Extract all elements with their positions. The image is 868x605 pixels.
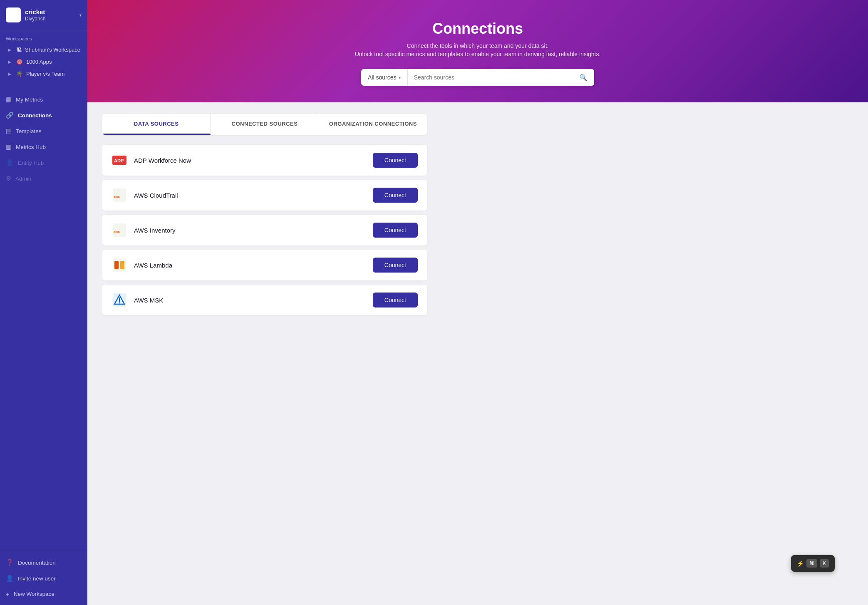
nav-label: Metrics Hub bbox=[16, 144, 46, 150]
adp-logo: ADP bbox=[112, 152, 127, 168]
sidebar-item-documentation[interactable]: ❓ Documentation bbox=[0, 555, 87, 570]
nav-label: New Workspace bbox=[14, 591, 55, 597]
sidebar-item-templates[interactable]: ▤ Templates bbox=[0, 123, 87, 139]
tab-data-sources[interactable]: DATA SOURCES bbox=[102, 114, 211, 135]
aws-lambda-logo bbox=[112, 257, 127, 273]
svg-text:aws: aws bbox=[114, 195, 120, 198]
dropdown-arrow-icon[interactable]: ▾ bbox=[79, 13, 82, 17]
main-content: Connections Connect the tools in which y… bbox=[87, 0, 868, 605]
workspace-label: 1000 Apps bbox=[26, 59, 52, 65]
flash-icon: ⚡ bbox=[797, 560, 804, 567]
grid-icon: ▦ bbox=[6, 96, 12, 103]
source-list: ADP ADP Workforce Now Connect aws AWS Cl… bbox=[102, 145, 427, 320]
nav-label: Documentation bbox=[18, 560, 56, 566]
search-button[interactable]: 🔍 bbox=[573, 69, 594, 86]
tab-bar: DATA SOURCES CONNECTED SOURCES ORGANIZAT… bbox=[102, 114, 427, 135]
tab-connected-sources[interactable]: CONNECTED SOURCES bbox=[211, 114, 319, 135]
source-name: AWS Inventory bbox=[134, 227, 373, 234]
sidebar-item-metrics-hub[interactable]: ▦ Metrics Hub bbox=[0, 139, 87, 155]
sidebar-bottom: ❓ Documentation 👤 Invite new user + New … bbox=[0, 551, 87, 605]
search-input[interactable] bbox=[408, 69, 573, 86]
hero-section: Connections Connect the tools in which y… bbox=[87, 0, 868, 102]
app-user: Divyansh bbox=[25, 16, 45, 22]
expand-arrow-icon: ▶ bbox=[8, 48, 11, 52]
svg-rect-7 bbox=[114, 261, 119, 269]
hero-subtitle-1: Connect the tools in which your team and… bbox=[96, 42, 860, 49]
aws-inventory-logo: aws bbox=[112, 222, 127, 238]
app-logo: 🗄 bbox=[6, 7, 21, 22]
nav-label: Templates bbox=[16, 128, 42, 134]
source-item-aws-msk: AWS MSK Connect bbox=[102, 285, 427, 315]
connect-button-msk[interactable]: Connect bbox=[373, 293, 418, 307]
help-icon: ❓ bbox=[6, 559, 14, 566]
filter-label: All sources bbox=[368, 74, 396, 81]
svg-rect-8 bbox=[120, 261, 124, 269]
nav-label: Admin bbox=[15, 176, 31, 182]
cmd-key: ⌘ bbox=[806, 559, 817, 568]
person-icon: 👤 bbox=[6, 159, 14, 166]
nav-label: Invite new user bbox=[18, 575, 56, 582]
link-icon: 🔗 bbox=[6, 112, 14, 119]
aws-msk-logo bbox=[112, 292, 127, 308]
sidebar-item-new-workspace[interactable]: + New Workspace bbox=[0, 586, 87, 602]
connect-button-cloudtrail[interactable]: Connect bbox=[373, 188, 418, 203]
sidebar-item-my-metrics[interactable]: ▦ My Metrics bbox=[0, 92, 87, 107]
nav-label: My Metrics bbox=[16, 97, 43, 103]
source-item-aws-lambda: AWS Lambda Connect bbox=[102, 250, 427, 280]
workspaces-label: Workspaces bbox=[0, 30, 87, 44]
tab-org-connections[interactable]: ORGANIZATION CONNECTIONS bbox=[319, 114, 427, 135]
user-plus-icon: 👤 bbox=[6, 575, 14, 582]
workspace-label: Shubham's Workspace bbox=[25, 47, 80, 53]
sidebar: 🗄 cricket Divyansh ▾ Workspaces ▶ 🏗 Shub… bbox=[0, 0, 87, 605]
source-item-aws-inventory: aws AWS Inventory Connect bbox=[102, 215, 427, 245]
sidebar-item-admin[interactable]: ⚙ Admin bbox=[0, 171, 87, 186]
sidebar-item-invite-user[interactable]: 👤 Invite new user bbox=[0, 570, 87, 586]
workspace-item-1000apps[interactable]: ▶ 🎯 1000 Apps bbox=[0, 56, 87, 68]
connect-button-inventory[interactable]: Connect bbox=[373, 223, 418, 238]
expand-arrow-icon: ▶ bbox=[8, 60, 11, 64]
source-name: AWS Lambda bbox=[134, 262, 373, 269]
connect-button-adp[interactable]: Connect bbox=[373, 153, 418, 168]
aws-cloudtrail-logo: aws bbox=[112, 187, 127, 203]
svg-point-12 bbox=[119, 302, 120, 304]
k-key: K bbox=[820, 559, 829, 568]
page-title: Connections bbox=[96, 20, 860, 37]
source-name: ADP Workforce Now bbox=[134, 157, 373, 164]
sidebar-item-connections[interactable]: 🔗 Connections bbox=[0, 107, 87, 123]
source-filter-dropdown[interactable]: All sources ▾ bbox=[361, 69, 408, 86]
nav-label: Entity Hub bbox=[18, 160, 44, 166]
connect-button-lambda[interactable]: Connect bbox=[373, 258, 418, 273]
template-icon: ▤ bbox=[6, 127, 12, 135]
filter-dropdown-icon: ▾ bbox=[399, 75, 401, 80]
source-item-adp: ADP ADP Workforce Now Connect bbox=[102, 145, 427, 176]
search-bar: All sources ▾ 🔍 bbox=[361, 69, 594, 86]
content-area: DATA SOURCES CONNECTED SOURCES ORGANIZAT… bbox=[87, 102, 868, 605]
source-item-aws-cloudtrail: aws AWS CloudTrail Connect bbox=[102, 180, 427, 211]
svg-text:ADP: ADP bbox=[114, 158, 124, 163]
app-name: cricket bbox=[25, 8, 45, 16]
workspace-label: Player v/s Team bbox=[26, 71, 64, 77]
metrics-icon: ▦ bbox=[6, 143, 12, 151]
workspace-item-shubham[interactable]: ▶ 🏗 Shubham's Workspace bbox=[0, 44, 87, 56]
source-name: AWS MSK bbox=[134, 297, 373, 304]
workspace-item-player[interactable]: ▶ 🌴 Player v/s Team bbox=[0, 68, 87, 80]
source-name: AWS CloudTrail bbox=[134, 192, 373, 199]
hero-subtitle-2: Unlock tool specific metrics and templat… bbox=[96, 51, 860, 57]
plus-icon: + bbox=[6, 590, 10, 598]
keyboard-shortcut-tooltip: ⚡ ⌘ K bbox=[791, 555, 835, 572]
sidebar-header[interactable]: 🗄 cricket Divyansh ▾ bbox=[0, 0, 87, 30]
svg-text:aws: aws bbox=[114, 230, 120, 233]
settings-icon: ⚙ bbox=[6, 175, 11, 182]
expand-arrow-icon: ▶ bbox=[8, 72, 11, 76]
sidebar-item-entity-hub[interactable]: 👤 Entity Hub bbox=[0, 155, 87, 171]
nav-label: Connections bbox=[18, 112, 52, 119]
